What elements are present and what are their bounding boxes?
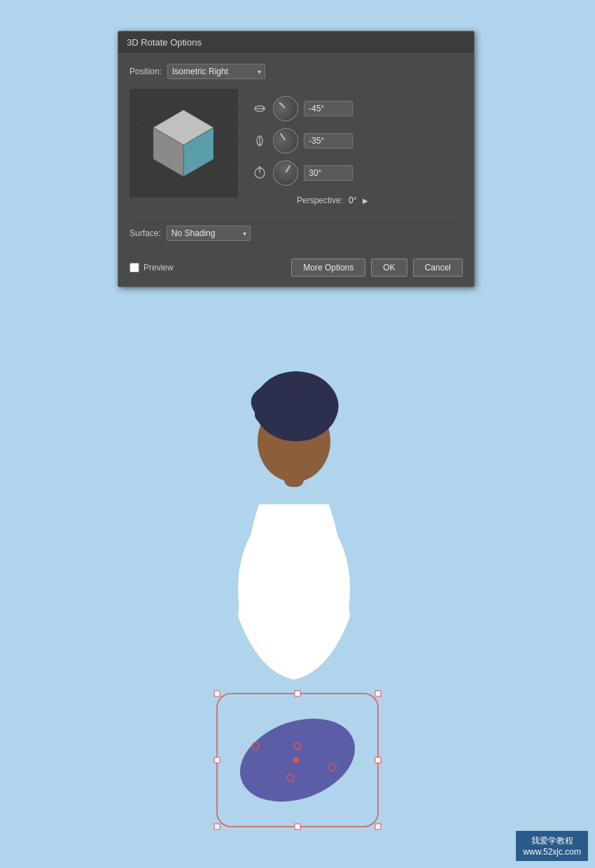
svg-point-55 bbox=[220, 179, 221, 181]
dialog-3d-rotate: 3D Rotate Options Position: Isometric Ri… bbox=[118, 31, 475, 287]
bottom-shape-container bbox=[214, 690, 382, 830]
svg-point-17 bbox=[136, 123, 137, 125]
watermark-line1: 我爱学教程 bbox=[523, 835, 581, 847]
main-area: -45° -35° bbox=[130, 89, 463, 205]
svg-point-24 bbox=[234, 123, 235, 125]
svg-point-2 bbox=[150, 95, 151, 97]
svg-point-40 bbox=[234, 151, 235, 153]
svg-point-23 bbox=[220, 123, 221, 125]
svg-point-16 bbox=[234, 109, 235, 111]
svg-rect-88 bbox=[375, 691, 381, 696]
dialog-title: 3D Rotate Options bbox=[127, 37, 202, 48]
svg-point-56 bbox=[234, 179, 235, 181]
position-label: Position: bbox=[130, 67, 162, 76]
svg-point-62 bbox=[206, 193, 207, 195]
svg-point-51 bbox=[164, 179, 165, 181]
svg-point-26 bbox=[150, 137, 151, 139]
dial-x[interactable] bbox=[268, 91, 304, 127]
svg-point-31 bbox=[220, 137, 221, 139]
svg-point-61 bbox=[192, 193, 193, 195]
svg-point-6 bbox=[206, 95, 207, 97]
svg-point-84 bbox=[255, 406, 274, 423]
angle-y-input[interactable]: -35° bbox=[304, 133, 353, 149]
figure-illustration bbox=[217, 322, 371, 680]
svg-point-1 bbox=[136, 95, 137, 97]
bottom-shape-svg bbox=[214, 690, 382, 830]
svg-point-52 bbox=[178, 179, 179, 181]
svg-point-60 bbox=[178, 193, 179, 195]
svg-point-53 bbox=[192, 179, 193, 181]
svg-rect-91 bbox=[214, 824, 220, 829]
cancel-button[interactable]: Cancel bbox=[413, 259, 463, 277]
svg-point-3 bbox=[164, 95, 165, 97]
svg-point-42 bbox=[150, 165, 151, 167]
perspective-label: Perspective: bbox=[297, 195, 343, 205]
svg-rect-87 bbox=[295, 691, 300, 696]
position-select[interactable]: Isometric Right bbox=[167, 64, 265, 79]
svg-point-41 bbox=[136, 165, 137, 167]
surface-row: Surface: No Shading Diffuse Shading Plas… bbox=[130, 216, 463, 241]
z-rotation-icon bbox=[252, 165, 267, 181]
svg-point-59 bbox=[164, 193, 165, 195]
perspective-row: Perspective: 0° ▶ bbox=[252, 195, 463, 205]
svg-point-99 bbox=[293, 757, 299, 763]
svg-rect-86 bbox=[214, 691, 220, 696]
svg-point-9 bbox=[136, 109, 137, 111]
angle-x-input[interactable]: -45° bbox=[304, 101, 353, 116]
control-row-x: -45° bbox=[252, 96, 463, 121]
footer-row: Preview More Options OK Cancel bbox=[130, 249, 463, 277]
preview-label[interactable]: Preview bbox=[144, 263, 174, 273]
perspective-arrow-icon[interactable]: ▶ bbox=[363, 197, 368, 205]
svg-point-33 bbox=[136, 151, 137, 153]
svg-marker-79 bbox=[258, 166, 262, 168]
x-rotation-icon bbox=[252, 101, 267, 116]
svg-point-57 bbox=[136, 193, 137, 195]
watermark-line2: www.52xjc.com bbox=[523, 847, 581, 857]
svg-point-8 bbox=[234, 95, 235, 97]
svg-rect-93 bbox=[375, 824, 381, 829]
ok-button[interactable]: OK bbox=[371, 259, 407, 277]
svg-point-13 bbox=[192, 109, 193, 111]
control-row-z: 30° bbox=[252, 160, 463, 186]
watermark: 我爱学教程 www.52xjc.com bbox=[516, 831, 588, 861]
svg-point-63 bbox=[220, 193, 221, 195]
svg-point-12 bbox=[178, 109, 179, 111]
position-row: Position: Isometric Right bbox=[130, 64, 463, 79]
preview-checkbox[interactable] bbox=[130, 263, 139, 273]
svg-rect-89 bbox=[214, 757, 220, 763]
more-options-button[interactable]: More Options bbox=[291, 259, 365, 277]
svg-point-58 bbox=[150, 193, 151, 195]
controls-area: -45° -35° bbox=[252, 89, 463, 205]
svg-rect-92 bbox=[295, 824, 300, 829]
svg-point-46 bbox=[206, 165, 207, 167]
svg-point-47 bbox=[220, 165, 221, 167]
svg-point-7 bbox=[220, 95, 221, 97]
svg-point-48 bbox=[234, 165, 235, 167]
svg-point-32 bbox=[234, 137, 235, 139]
svg-point-14 bbox=[206, 109, 207, 111]
svg-point-10 bbox=[150, 109, 151, 111]
figure-svg bbox=[217, 322, 371, 680]
dialog-body: Position: Isometric Right bbox=[118, 54, 474, 287]
y-rotation-icon bbox=[252, 133, 267, 149]
position-select-wrapper[interactable]: Isometric Right bbox=[167, 64, 265, 79]
svg-point-64 bbox=[234, 193, 235, 195]
svg-point-5 bbox=[192, 95, 193, 97]
surface-select[interactable]: No Shading Diffuse Shading Plastic Shadi… bbox=[167, 226, 251, 241]
control-row-y: -35° bbox=[252, 128, 463, 153]
svg-point-25 bbox=[136, 137, 137, 139]
angle-z-input[interactable]: 30° bbox=[304, 165, 353, 181]
cube-preview bbox=[130, 89, 238, 198]
dial-y[interactable] bbox=[268, 123, 303, 158]
dial-z[interactable] bbox=[268, 156, 302, 190]
svg-point-11 bbox=[164, 109, 165, 111]
cube-svg bbox=[130, 89, 238, 198]
svg-point-50 bbox=[150, 179, 151, 181]
svg-point-15 bbox=[220, 109, 221, 111]
svg-rect-90 bbox=[375, 757, 381, 763]
svg-point-54 bbox=[206, 179, 207, 181]
svg-point-18 bbox=[150, 123, 151, 125]
surface-label: Surface: bbox=[130, 228, 161, 238]
preview-checkbox-wrapper[interactable]: Preview bbox=[130, 263, 174, 273]
surface-select-wrapper[interactable]: No Shading Diffuse Shading Plastic Shadi… bbox=[167, 226, 251, 241]
